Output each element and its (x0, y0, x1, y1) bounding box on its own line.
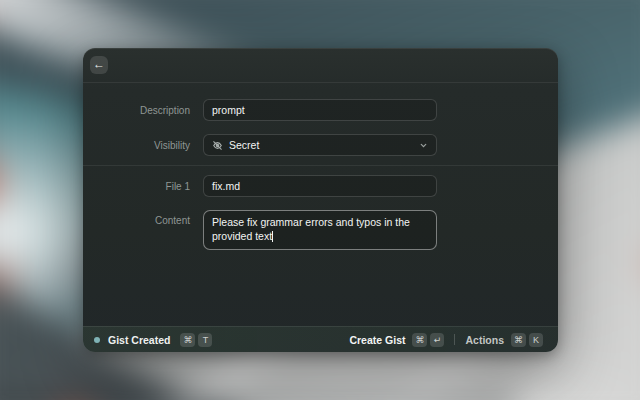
content-textarea[interactable]: Please fix grammar errors and typos in t… (203, 210, 437, 250)
status-bar: Gist Created ⌘ T Create Gist ⌘ ↵ Actions… (83, 326, 558, 352)
command-key-badge: ⌘ (412, 333, 427, 347)
description-input[interactable]: prompt (203, 99, 437, 121)
filename-input[interactable]: fix.md (203, 175, 437, 197)
create-gist-window: ← Description prompt Visibility Secret (83, 48, 558, 352)
form-section-divider (83, 165, 558, 166)
actions-label: Actions (465, 334, 504, 346)
file-label: File 1 (83, 181, 190, 192)
chevron-down-icon (419, 141, 428, 150)
visibility-label: Visibility (83, 140, 190, 151)
text-cursor (272, 231, 273, 242)
create-gist-label: Create Gist (349, 334, 405, 346)
content-row: Content Please fix grammar errors and ty… (83, 210, 558, 250)
description-row: Description prompt (83, 99, 558, 121)
toast-message: Gist Created (108, 334, 170, 346)
status-dot-icon (94, 337, 100, 343)
visibility-dropdown[interactable]: Secret (203, 134, 437, 156)
back-arrow-icon: ← (93, 57, 105, 71)
eye-off-icon (212, 140, 223, 151)
content-value: Please fix grammar errors and typos in t… (212, 216, 410, 242)
command-key-badge: ⌘ (180, 333, 195, 347)
visibility-value: Secret (229, 139, 259, 151)
status-bar-divider (454, 334, 455, 345)
filename-value: fix.md (212, 180, 240, 192)
k-key-badge: K (529, 333, 543, 347)
content-label: Content (83, 210, 190, 226)
file-row: File 1 fix.md (83, 175, 558, 197)
create-gist-button[interactable]: Create Gist ⌘ ↵ (345, 331, 448, 349)
return-key-badge: ↵ (430, 333, 444, 347)
command-key-badge: ⌘ (511, 333, 526, 347)
visibility-row: Visibility Secret (83, 134, 558, 156)
description-value: prompt (212, 104, 245, 116)
window-header: ← (83, 48, 558, 83)
gist-form: Description prompt Visibility Secret (83, 83, 558, 326)
toast-gist-created: Gist Created ⌘ T (94, 333, 212, 347)
actions-menu-button[interactable]: Actions ⌘ K (461, 331, 547, 349)
back-button[interactable]: ← (90, 56, 108, 74)
t-key-badge: T (198, 333, 212, 347)
description-label: Description (83, 105, 190, 116)
